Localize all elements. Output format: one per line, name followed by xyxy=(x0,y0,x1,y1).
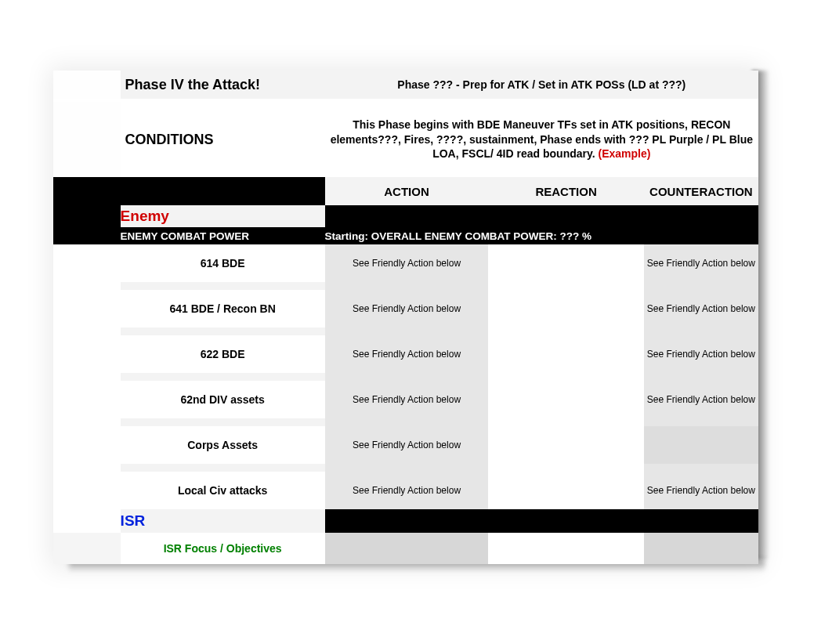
matrix-table: Phase IV the Attack! Phase ??? - Prep fo… xyxy=(53,71,758,564)
enemy-counter: See Friendly Action below xyxy=(644,349,758,360)
isr-section-row: ISR xyxy=(53,509,758,533)
isr-focus-row: ISR Focus / Objectives xyxy=(53,533,758,564)
enemy-unit: Local Civ attacks xyxy=(121,484,325,497)
header-action: ACTION xyxy=(325,185,489,198)
phase-title: Phase IV the Attack! xyxy=(121,77,325,93)
enemy-row: Local Civ attacks See Friendly Action be… xyxy=(53,472,758,509)
header-counteraction: COUNTERACTION xyxy=(644,185,758,198)
enemy-power-value: Starting: OVERALL ENEMY COMBAT POWER: ??… xyxy=(325,230,758,242)
enemy-counter: See Friendly Action below xyxy=(644,303,758,314)
enemy-counter: See Friendly Action below xyxy=(644,258,758,269)
conditions-body: This Phase begins with BDE Maneuver TFs … xyxy=(331,118,753,161)
column-headers-row: ACTION REACTION COUNTERACTION xyxy=(53,177,758,205)
enemy-unit: 614 BDE xyxy=(121,257,325,270)
conditions-example: (Example) xyxy=(599,147,651,160)
enemy-row: 622 BDE See Friendly Action below See Fr… xyxy=(53,335,758,373)
enemy-action: See Friendly Action below xyxy=(325,485,489,496)
conditions-row: CONDITIONS This Phase begins with BDE Ma… xyxy=(53,102,758,177)
enemy-counter: See Friendly Action below xyxy=(644,485,758,496)
enemy-section-row: Enemy xyxy=(53,205,758,227)
enemy-unit: 62nd DIV assets xyxy=(121,393,325,406)
enemy-row: 62nd DIV assets See Friendly Action belo… xyxy=(53,381,758,418)
header-reaction: REACTION xyxy=(488,185,643,198)
conditions-text: This Phase begins with BDE Maneuver TFs … xyxy=(325,118,758,162)
isr-label: ISR xyxy=(121,512,325,530)
enemy-action: See Friendly Action below xyxy=(325,440,489,450)
enemy-action: See Friendly Action below xyxy=(325,258,489,269)
enemy-power-row: ENEMY COMBAT POWER Starting: OVERALL ENE… xyxy=(53,227,758,244)
enemy-label: Enemy xyxy=(121,208,325,225)
enemy-action: See Friendly Action below xyxy=(325,303,489,314)
enemy-action: See Friendly Action below xyxy=(325,394,489,405)
enemy-row: 614 BDE See Friendly Action below See Fr… xyxy=(53,244,758,282)
isr-focus: ISR Focus / Objectives xyxy=(121,542,325,555)
enemy-action: See Friendly Action below xyxy=(325,349,489,360)
enemy-unit: 641 BDE / Recon BN xyxy=(121,302,325,315)
enemy-unit: 622 BDE xyxy=(121,348,325,360)
matrix-sheet: Phase IV the Attack! Phase ??? - Prep fo… xyxy=(53,71,758,564)
enemy-power-label: ENEMY COMBAT POWER xyxy=(121,230,325,242)
enemy-unit: Corps Assets xyxy=(121,439,325,451)
enemy-row: 641 BDE / Recon BN See Friendly Action b… xyxy=(53,290,758,327)
conditions-label: CONDITIONS xyxy=(121,132,325,148)
enemy-counter: See Friendly Action below xyxy=(644,394,758,405)
enemy-row: Corps Assets See Friendly Action below xyxy=(53,426,758,464)
title-row: Phase IV the Attack! Phase ??? - Prep fo… xyxy=(53,71,758,99)
phase-subtitle: Phase ??? - Prep for ATK / Set in ATK PO… xyxy=(325,78,758,91)
